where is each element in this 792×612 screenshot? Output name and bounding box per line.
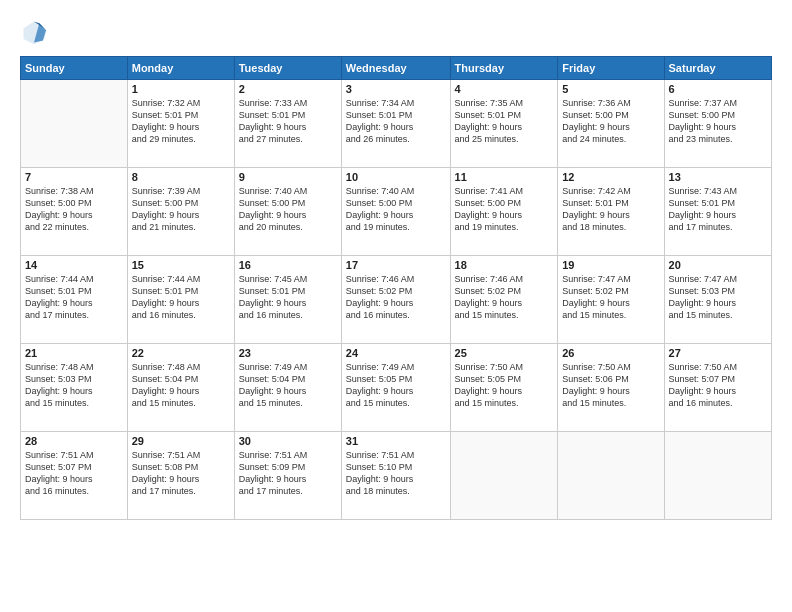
header-row: SundayMondayTuesdayWednesdayThursdayFrid… <box>21 57 772 80</box>
day-number: 7 <box>25 171 123 183</box>
day-info: Sunrise: 7:50 AMSunset: 5:06 PMDaylight:… <box>562 361 659 410</box>
day-number: 3 <box>346 83 446 95</box>
day-info: Sunrise: 7:48 AMSunset: 5:03 PMDaylight:… <box>25 361 123 410</box>
day-info: Sunrise: 7:45 AMSunset: 5:01 PMDaylight:… <box>239 273 337 322</box>
header-sunday: Sunday <box>21 57 128 80</box>
day-info: Sunrise: 7:49 AMSunset: 5:04 PMDaylight:… <box>239 361 337 410</box>
calendar-cell: 3Sunrise: 7:34 AMSunset: 5:01 PMDaylight… <box>341 80 450 168</box>
day-info: Sunrise: 7:49 AMSunset: 5:05 PMDaylight:… <box>346 361 446 410</box>
day-number: 12 <box>562 171 659 183</box>
calendar-cell: 24Sunrise: 7:49 AMSunset: 5:05 PMDayligh… <box>341 344 450 432</box>
day-number: 21 <box>25 347 123 359</box>
week-row-4: 21Sunrise: 7:48 AMSunset: 5:03 PMDayligh… <box>21 344 772 432</box>
calendar-cell <box>450 432 558 520</box>
calendar-cell: 15Sunrise: 7:44 AMSunset: 5:01 PMDayligh… <box>127 256 234 344</box>
calendar-cell: 13Sunrise: 7:43 AMSunset: 5:01 PMDayligh… <box>664 168 771 256</box>
day-number: 22 <box>132 347 230 359</box>
day-number: 23 <box>239 347 337 359</box>
calendar-cell: 14Sunrise: 7:44 AMSunset: 5:01 PMDayligh… <box>21 256 128 344</box>
week-row-1: 1Sunrise: 7:32 AMSunset: 5:01 PMDaylight… <box>21 80 772 168</box>
calendar-cell <box>664 432 771 520</box>
day-number: 2 <box>239 83 337 95</box>
week-row-5: 28Sunrise: 7:51 AMSunset: 5:07 PMDayligh… <box>21 432 772 520</box>
day-info: Sunrise: 7:51 AMSunset: 5:08 PMDaylight:… <box>132 449 230 498</box>
day-number: 31 <box>346 435 446 447</box>
day-info: Sunrise: 7:47 AMSunset: 5:02 PMDaylight:… <box>562 273 659 322</box>
day-info: Sunrise: 7:32 AMSunset: 5:01 PMDaylight:… <box>132 97 230 146</box>
day-info: Sunrise: 7:41 AMSunset: 5:00 PMDaylight:… <box>455 185 554 234</box>
day-number: 20 <box>669 259 767 271</box>
day-number: 13 <box>669 171 767 183</box>
day-info: Sunrise: 7:50 AMSunset: 5:07 PMDaylight:… <box>669 361 767 410</box>
logo <box>20 18 52 46</box>
calendar-cell: 6Sunrise: 7:37 AMSunset: 5:00 PMDaylight… <box>664 80 771 168</box>
day-number: 1 <box>132 83 230 95</box>
day-info: Sunrise: 7:37 AMSunset: 5:00 PMDaylight:… <box>669 97 767 146</box>
calendar-cell: 7Sunrise: 7:38 AMSunset: 5:00 PMDaylight… <box>21 168 128 256</box>
day-number: 30 <box>239 435 337 447</box>
day-number: 6 <box>669 83 767 95</box>
calendar-cell: 29Sunrise: 7:51 AMSunset: 5:08 PMDayligh… <box>127 432 234 520</box>
day-number: 5 <box>562 83 659 95</box>
day-number: 27 <box>669 347 767 359</box>
calendar-cell: 11Sunrise: 7:41 AMSunset: 5:00 PMDayligh… <box>450 168 558 256</box>
calendar-cell: 27Sunrise: 7:50 AMSunset: 5:07 PMDayligh… <box>664 344 771 432</box>
day-number: 4 <box>455 83 554 95</box>
calendar-cell: 20Sunrise: 7:47 AMSunset: 5:03 PMDayligh… <box>664 256 771 344</box>
day-info: Sunrise: 7:39 AMSunset: 5:00 PMDaylight:… <box>132 185 230 234</box>
calendar-cell: 21Sunrise: 7:48 AMSunset: 5:03 PMDayligh… <box>21 344 128 432</box>
day-info: Sunrise: 7:50 AMSunset: 5:05 PMDaylight:… <box>455 361 554 410</box>
calendar-cell: 30Sunrise: 7:51 AMSunset: 5:09 PMDayligh… <box>234 432 341 520</box>
page: SundayMondayTuesdayWednesdayThursdayFrid… <box>0 0 792 612</box>
day-number: 18 <box>455 259 554 271</box>
calendar-cell: 22Sunrise: 7:48 AMSunset: 5:04 PMDayligh… <box>127 344 234 432</box>
day-info: Sunrise: 7:51 AMSunset: 5:09 PMDaylight:… <box>239 449 337 498</box>
day-number: 19 <box>562 259 659 271</box>
day-info: Sunrise: 7:46 AMSunset: 5:02 PMDaylight:… <box>346 273 446 322</box>
week-row-2: 7Sunrise: 7:38 AMSunset: 5:00 PMDaylight… <box>21 168 772 256</box>
day-info: Sunrise: 7:47 AMSunset: 5:03 PMDaylight:… <box>669 273 767 322</box>
calendar-cell: 2Sunrise: 7:33 AMSunset: 5:01 PMDaylight… <box>234 80 341 168</box>
calendar-cell: 12Sunrise: 7:42 AMSunset: 5:01 PMDayligh… <box>558 168 664 256</box>
day-info: Sunrise: 7:34 AMSunset: 5:01 PMDaylight:… <box>346 97 446 146</box>
day-number: 25 <box>455 347 554 359</box>
day-info: Sunrise: 7:33 AMSunset: 5:01 PMDaylight:… <box>239 97 337 146</box>
header-monday: Monday <box>127 57 234 80</box>
week-row-3: 14Sunrise: 7:44 AMSunset: 5:01 PMDayligh… <box>21 256 772 344</box>
day-info: Sunrise: 7:40 AMSunset: 5:00 PMDaylight:… <box>239 185 337 234</box>
header <box>20 18 772 46</box>
day-number: 28 <box>25 435 123 447</box>
calendar-cell: 19Sunrise: 7:47 AMSunset: 5:02 PMDayligh… <box>558 256 664 344</box>
header-tuesday: Tuesday <box>234 57 341 80</box>
header-friday: Friday <box>558 57 664 80</box>
day-number: 24 <box>346 347 446 359</box>
calendar-cell: 18Sunrise: 7:46 AMSunset: 5:02 PMDayligh… <box>450 256 558 344</box>
calendar-cell: 28Sunrise: 7:51 AMSunset: 5:07 PMDayligh… <box>21 432 128 520</box>
logo-icon <box>20 18 48 46</box>
day-number: 29 <box>132 435 230 447</box>
calendar-cell: 17Sunrise: 7:46 AMSunset: 5:02 PMDayligh… <box>341 256 450 344</box>
calendar-cell: 10Sunrise: 7:40 AMSunset: 5:00 PMDayligh… <box>341 168 450 256</box>
calendar-cell: 31Sunrise: 7:51 AMSunset: 5:10 PMDayligh… <box>341 432 450 520</box>
calendar-cell: 8Sunrise: 7:39 AMSunset: 5:00 PMDaylight… <box>127 168 234 256</box>
day-info: Sunrise: 7:51 AMSunset: 5:10 PMDaylight:… <box>346 449 446 498</box>
day-info: Sunrise: 7:46 AMSunset: 5:02 PMDaylight:… <box>455 273 554 322</box>
day-number: 17 <box>346 259 446 271</box>
calendar-cell: 23Sunrise: 7:49 AMSunset: 5:04 PMDayligh… <box>234 344 341 432</box>
calendar-cell: 4Sunrise: 7:35 AMSunset: 5:01 PMDaylight… <box>450 80 558 168</box>
day-number: 10 <box>346 171 446 183</box>
day-info: Sunrise: 7:51 AMSunset: 5:07 PMDaylight:… <box>25 449 123 498</box>
calendar-cell: 26Sunrise: 7:50 AMSunset: 5:06 PMDayligh… <box>558 344 664 432</box>
header-thursday: Thursday <box>450 57 558 80</box>
day-info: Sunrise: 7:42 AMSunset: 5:01 PMDaylight:… <box>562 185 659 234</box>
calendar-cell <box>558 432 664 520</box>
day-number: 16 <box>239 259 337 271</box>
calendar-cell: 1Sunrise: 7:32 AMSunset: 5:01 PMDaylight… <box>127 80 234 168</box>
day-number: 14 <box>25 259 123 271</box>
header-saturday: Saturday <box>664 57 771 80</box>
calendar-table: SundayMondayTuesdayWednesdayThursdayFrid… <box>20 56 772 520</box>
calendar-header: SundayMondayTuesdayWednesdayThursdayFrid… <box>21 57 772 80</box>
calendar-body: 1Sunrise: 7:32 AMSunset: 5:01 PMDaylight… <box>21 80 772 520</box>
day-number: 11 <box>455 171 554 183</box>
day-info: Sunrise: 7:35 AMSunset: 5:01 PMDaylight:… <box>455 97 554 146</box>
